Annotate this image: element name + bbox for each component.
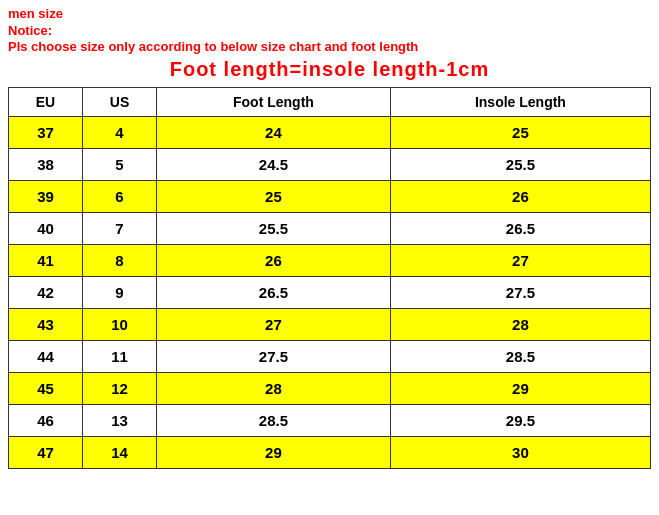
- cell-eu: 37: [9, 117, 83, 149]
- cell-eu: 42: [9, 277, 83, 309]
- col-us: US: [83, 88, 157, 117]
- col-eu: EU: [9, 88, 83, 117]
- table-row: 4182627: [9, 245, 651, 277]
- cell-us: 10: [83, 309, 157, 341]
- cell-eu: 46: [9, 405, 83, 437]
- cell-insole: 27.5: [390, 277, 650, 309]
- table-row: 40725.526.5: [9, 213, 651, 245]
- size-chart-table: EU US Foot Length Insole Length 37424253…: [8, 87, 651, 469]
- table-row: 47142930: [9, 437, 651, 469]
- main-container: men size Notice: Pls choose size only ac…: [0, 0, 659, 477]
- table-row: 38524.525.5: [9, 149, 651, 181]
- cell-us: 6: [83, 181, 157, 213]
- cell-us: 4: [83, 117, 157, 149]
- cell-insole: 28: [390, 309, 650, 341]
- cell-foot: 25.5: [157, 213, 391, 245]
- table-row: 461328.529.5: [9, 405, 651, 437]
- cell-eu: 38: [9, 149, 83, 181]
- cell-foot: 27: [157, 309, 391, 341]
- cell-foot: 28.5: [157, 405, 391, 437]
- cell-insole: 29.5: [390, 405, 650, 437]
- col-insole: Insole Length: [390, 88, 650, 117]
- table-row: 45122829: [9, 373, 651, 405]
- table-row: 441127.528.5: [9, 341, 651, 373]
- cell-eu: 40: [9, 213, 83, 245]
- cell-insole: 26.5: [390, 213, 650, 245]
- table-row: 3962526: [9, 181, 651, 213]
- cell-foot: 27.5: [157, 341, 391, 373]
- cell-insole: 29: [390, 373, 650, 405]
- cell-eu: 41: [9, 245, 83, 277]
- men-size-label: men size: [8, 6, 651, 21]
- cell-foot: 28: [157, 373, 391, 405]
- cell-foot: 29: [157, 437, 391, 469]
- cell-insole: 25.5: [390, 149, 650, 181]
- cell-foot: 25: [157, 181, 391, 213]
- cell-us: 14: [83, 437, 157, 469]
- cell-eu: 39: [9, 181, 83, 213]
- cell-foot: 26.5: [157, 277, 391, 309]
- cell-us: 8: [83, 245, 157, 277]
- cell-insole: 30: [390, 437, 650, 469]
- cell-us: 5: [83, 149, 157, 181]
- cell-eu: 45: [9, 373, 83, 405]
- cell-insole: 27: [390, 245, 650, 277]
- cell-eu: 44: [9, 341, 83, 373]
- table-row: 3742425: [9, 117, 651, 149]
- cell-foot: 24: [157, 117, 391, 149]
- formula-label: Foot length=insole length-1cm: [8, 58, 651, 81]
- cell-foot: 24.5: [157, 149, 391, 181]
- cell-foot: 26: [157, 245, 391, 277]
- table-header-row: EU US Foot Length Insole Length: [9, 88, 651, 117]
- cell-insole: 25: [390, 117, 650, 149]
- table-row: 43102728: [9, 309, 651, 341]
- cell-eu: 43: [9, 309, 83, 341]
- table-row: 42926.527.5: [9, 277, 651, 309]
- cell-insole: 28.5: [390, 341, 650, 373]
- cell-us: 7: [83, 213, 157, 245]
- cell-us: 12: [83, 373, 157, 405]
- instruction-label: Pls choose size only according to below …: [8, 39, 651, 54]
- cell-eu: 47: [9, 437, 83, 469]
- notice-label: Notice:: [8, 23, 651, 38]
- cell-us: 11: [83, 341, 157, 373]
- cell-us: 9: [83, 277, 157, 309]
- cell-insole: 26: [390, 181, 650, 213]
- col-foot: Foot Length: [157, 88, 391, 117]
- cell-us: 13: [83, 405, 157, 437]
